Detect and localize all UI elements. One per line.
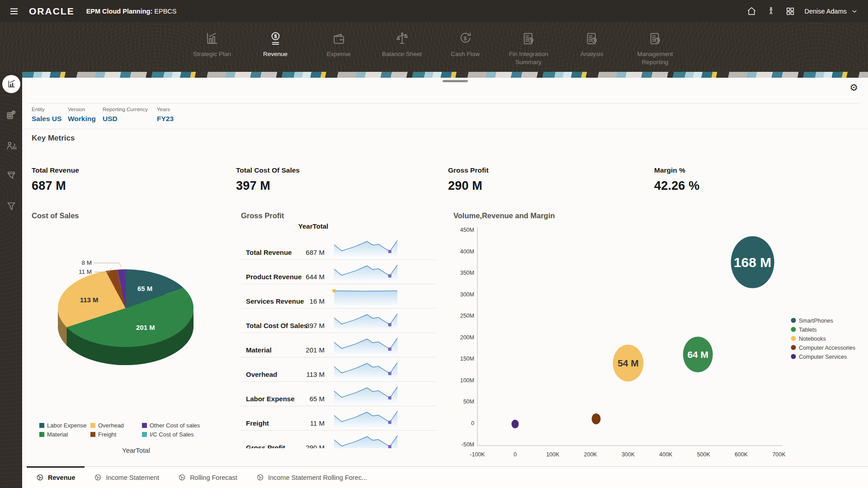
- app-title: EPM Cloud Planning: EPBCS: [86, 8, 177, 15]
- divider: [29, 103, 861, 103]
- y-tick-label: 250M: [460, 313, 474, 319]
- table-row-product-revenue[interactable]: Product Revenue644 M: [241, 260, 435, 284]
- legend-swatch: [39, 423, 44, 428]
- legend-dot: [791, 327, 796, 332]
- nav-item-label: Balance Sheet: [370, 50, 434, 58]
- pov-label: Reporting Currency: [103, 107, 148, 112]
- nav-item-balance-sheet[interactable]: Balance Sheet: [370, 22, 434, 66]
- expense-icon: [331, 31, 346, 46]
- table-header: YearTotal: [241, 221, 435, 235]
- bubble-computer-accessories[interactable]: [592, 413, 601, 424]
- sparkline: [332, 433, 400, 448]
- pov-value-reporting-currency[interactable]: USD: [103, 115, 148, 123]
- legend-dot: [791, 318, 796, 323]
- table-row-total-revenue[interactable]: Total Revenue687 M: [241, 235, 435, 260]
- data-grid-icon: [5, 109, 17, 121]
- funnel-icon: [5, 201, 17, 212]
- volume-revenue-margin-chart: 450M400M350M300M250M200M150M100M50M0-50M…: [453, 221, 868, 465]
- metric-value: 290 M: [448, 179, 489, 193]
- hamburger-menu-icon[interactable]: [7, 5, 21, 18]
- row-label: Gross Profit: [246, 444, 285, 448]
- tab-income-statement-rolling-forec[interactable]: Income Statement Rolling Forec...: [247, 467, 377, 488]
- nav-item-label: Cash Flow: [434, 50, 497, 58]
- dashboard-tab-icon: [256, 474, 264, 481]
- divider: [22, 129, 868, 129]
- legend-swatch: [90, 423, 95, 428]
- legend-swatch: [90, 432, 95, 437]
- tab-income-statement[interactable]: Income Statement: [85, 467, 169, 488]
- nav-item-label: Management Reporting: [623, 50, 687, 66]
- nav-item-label: Revenue: [244, 50, 307, 58]
- bubble-computer-services[interactable]: [511, 420, 519, 428]
- spark-marker: [388, 250, 392, 253]
- tab-revenue[interactable]: Revenue: [27, 467, 85, 488]
- row-label: Freight: [246, 419, 269, 427]
- row-value: 644 M: [306, 273, 325, 281]
- user-assistance-icon[interactable]: [766, 6, 776, 16]
- pov-label: Years: [157, 107, 174, 112]
- table-row-overhead[interactable]: Overhead113 M: [241, 357, 435, 382]
- tab-label: Income Statement Rolling Forec...: [268, 474, 367, 481]
- nav-item-analysis[interactable]: Analysis: [560, 22, 623, 66]
- table-row-services-revenue[interactable]: Services Revenue16 M: [241, 284, 435, 309]
- home-icon[interactable]: [746, 6, 757, 16]
- table-row-material[interactable]: Material201 M: [241, 333, 435, 357]
- x-tick-label: 600K: [735, 451, 748, 458]
- bubble-label: 64 M: [687, 349, 708, 360]
- collapse-handle[interactable]: [443, 80, 468, 82]
- spark-marker: [388, 347, 392, 351]
- metric-label: Gross Profit: [448, 166, 489, 174]
- spark-marker: [333, 289, 336, 292]
- x-tick-label: 100K: [546, 451, 560, 458]
- spark-area: [334, 411, 397, 428]
- dashboard-icon: [5, 78, 17, 90]
- table-row-labor-expense[interactable]: Labor Expense65 M: [241, 382, 435, 406]
- chevron-down-icon: [851, 8, 858, 15]
- legend-label: Material: [47, 431, 68, 438]
- user-menu[interactable]: Denise Adams: [805, 8, 859, 15]
- nav-item-fin-integration-summary[interactable]: Fin Integration Summary: [497, 22, 560, 66]
- sidebar-item-funnel[interactable]: [2, 197, 20, 216]
- row-label: Total Cost Of Sales: [246, 322, 307, 329]
- nav-item-expense[interactable]: Expense: [307, 22, 370, 66]
- row-label: Overhead: [246, 371, 277, 378]
- nav-item-revenue[interactable]: $Revenue: [244, 22, 307, 66]
- spark-area: [334, 362, 397, 380]
- legend-label: Labor Expense: [47, 422, 86, 429]
- balance-sheet-icon: [395, 31, 410, 46]
- pie-chart-title: Cost of Sales: [32, 211, 79, 220]
- tab-label: Revenue: [48, 474, 75, 481]
- sidebar-item-filter[interactable]: [2, 167, 20, 185]
- strategic-plan-icon: [205, 31, 220, 46]
- row-label: Labor Expense: [246, 395, 295, 403]
- app-title-text: EPM Cloud Planning:: [86, 8, 153, 15]
- oracle-logo: ORACLE: [29, 6, 75, 17]
- sidebar-item-approvals[interactable]: [2, 136, 20, 155]
- metric-total-cost-of-sales: Total Cost Of Sales397 M: [236, 166, 300, 193]
- row-value: 16 M: [310, 297, 325, 305]
- sidebar-item-data-forms[interactable]: [2, 106, 20, 124]
- table-row-freight[interactable]: Freight11 M: [241, 406, 435, 431]
- pov-value-entity[interactable]: Sales US: [32, 115, 61, 123]
- metric-label: Total Cost Of Sales: [236, 166, 300, 174]
- column-header: YearTotal: [284, 222, 343, 230]
- pov-value-years[interactable]: FY23: [157, 115, 174, 123]
- nav-item-cash-flow[interactable]: $Cash Flow: [434, 22, 497, 66]
- navigator-grid-icon[interactable]: [785, 6, 795, 16]
- tab-rolling-forecast[interactable]: Rolling Forecast: [169, 467, 247, 488]
- sidebar-item-dashboards[interactable]: [2, 75, 20, 93]
- table-row-gross-profit[interactable]: Gross Profit290 M: [241, 431, 435, 448]
- pov-value-version[interactable]: Working: [68, 115, 96, 123]
- table-row-total-cost-of-sales[interactable]: Total Cost Of Sales397 M: [241, 309, 435, 333]
- x-tick-label: -100K: [470, 451, 485, 458]
- x-tick-label: 0: [514, 451, 517, 458]
- spark-area: [334, 436, 397, 448]
- row-label: Services Revenue: [246, 297, 304, 305]
- legend-label: Freight: [98, 431, 117, 438]
- nav-item-strategic-plan[interactable]: Strategic Plan: [180, 22, 244, 66]
- settings-gear-icon[interactable]: ⚙: [847, 83, 861, 93]
- spark-marker: [388, 372, 392, 375]
- nav-item-management-reporting[interactable]: Management Reporting: [623, 22, 687, 66]
- top-app-bar: ORACLE EPM Cloud Planning: EPBCS Denise …: [0, 0, 868, 22]
- metric-gross-profit: Gross Profit290 M: [448, 166, 489, 193]
